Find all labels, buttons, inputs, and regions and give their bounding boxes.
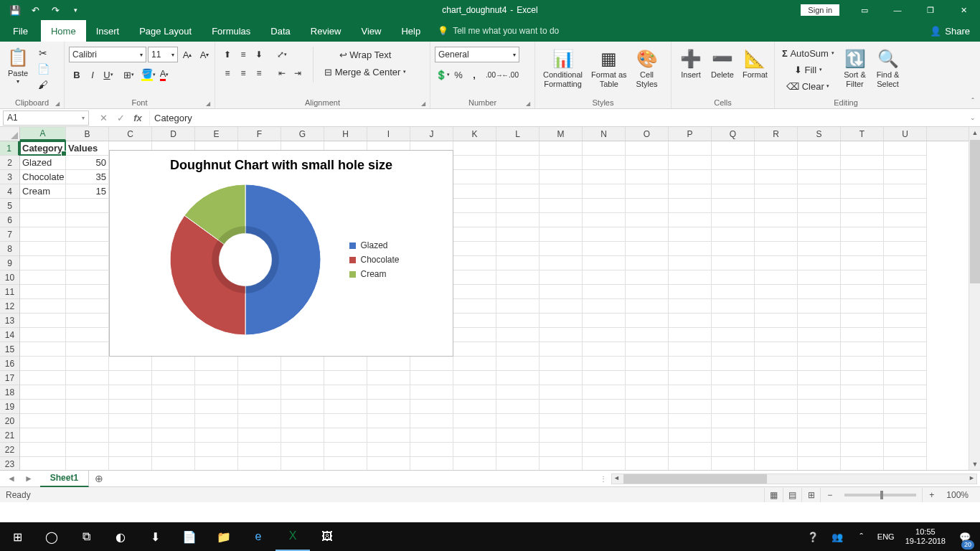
close-button[interactable]: ✕ <box>947 0 980 20</box>
cell-G22[interactable] <box>281 443 324 457</box>
cell-M8[interactable] <box>540 242 583 256</box>
cell-F19[interactable] <box>238 400 281 414</box>
qat-customize-button[interactable]: ▾ <box>66 1 85 19</box>
cell-T5[interactable] <box>841 199 884 213</box>
align-top-button[interactable]: ⬆ <box>220 47 235 62</box>
column-header-G[interactable]: G <box>281 127 324 141</box>
cell-S7[interactable] <box>798 227 841 242</box>
cell-P9[interactable] <box>669 256 712 270</box>
cell-O9[interactable] <box>626 256 669 270</box>
autosum-button[interactable]: Σ AutoSum ▾ <box>779 45 837 61</box>
cell-G20[interactable] <box>281 414 324 428</box>
tab-insert[interactable]: Insert <box>86 20 130 42</box>
cell-H17[interactable] <box>324 371 367 385</box>
share-button[interactable]: 👤 Share <box>920 20 980 42</box>
cell-Q11[interactable] <box>712 285 755 299</box>
cell-U12[interactable] <box>884 299 927 314</box>
cell-R11[interactable] <box>755 285 798 299</box>
cell-R19[interactable] <box>755 400 798 414</box>
sort-filter-button[interactable]: 🔃Sort & Filter <box>840 45 870 91</box>
cell-K5[interactable] <box>453 199 496 213</box>
cell-K20[interactable] <box>453 414 496 428</box>
cell-A21[interactable] <box>20 428 66 443</box>
column-header-F[interactable]: F <box>238 127 281 141</box>
cell-N3[interactable] <box>583 170 626 184</box>
row-header-7[interactable]: 7 <box>0 227 19 242</box>
cell-T13[interactable] <box>841 314 884 328</box>
cell-S12[interactable] <box>798 299 841 314</box>
cell-B7[interactable] <box>66 227 109 242</box>
cell-G18[interactable] <box>281 385 324 400</box>
cell-B23[interactable] <box>66 457 109 470</box>
cell-B22[interactable] <box>66 443 109 457</box>
cell-U15[interactable] <box>884 342 927 357</box>
cell-C23[interactable] <box>109 457 152 470</box>
ribbon-options-button[interactable]: ▭ <box>848 0 881 20</box>
underline-button[interactable]: U▾ <box>100 67 116 83</box>
cell-U4[interactable] <box>884 184 927 199</box>
cell-A12[interactable] <box>20 299 66 314</box>
cell-A16[interactable] <box>20 357 66 371</box>
row-header-19[interactable]: 19 <box>0 400 19 414</box>
taskbar-dropbox[interactable]: ⬇ <box>138 522 172 551</box>
decrease-decimal-button[interactable]: ←.00 <box>502 67 518 83</box>
cell-K19[interactable] <box>453 400 496 414</box>
cell-D16[interactable] <box>152 357 195 371</box>
cell-L2[interactable] <box>496 156 540 170</box>
cell-T9[interactable] <box>841 256 884 270</box>
increase-decimal-button[interactable]: .00→ <box>486 67 502 83</box>
cell-P11[interactable] <box>669 285 712 299</box>
cell-S4[interactable] <box>798 184 841 199</box>
cell-S23[interactable] <box>798 457 841 470</box>
cell-N9[interactable] <box>583 256 626 270</box>
cell-N14[interactable] <box>583 328 626 342</box>
tray-chevron[interactable]: ˆ <box>849 522 874 551</box>
cell-T19[interactable] <box>841 400 884 414</box>
cell-I16[interactable] <box>367 357 410 371</box>
cell-O4[interactable] <box>626 184 669 199</box>
column-header-U[interactable]: U <box>884 127 927 141</box>
cell-Q6[interactable] <box>712 213 755 227</box>
row-header-21[interactable]: 21 <box>0 428 19 443</box>
alignment-launcher[interactable]: ◢ <box>421 100 425 107</box>
italic-button[interactable]: I <box>85 67 100 83</box>
cell-E17[interactable] <box>195 371 238 385</box>
find-select-button[interactable]: 🔍Find & Select <box>873 45 903 91</box>
cell-A4[interactable]: Cream <box>20 184 66 199</box>
cell-L7[interactable] <box>496 227 540 242</box>
cell-U9[interactable] <box>884 256 927 270</box>
cell-T20[interactable] <box>841 414 884 428</box>
cell-P10[interactable] <box>669 270 712 285</box>
cell-O5[interactable] <box>626 199 669 213</box>
tray-clock[interactable]: 10:55 19-12-2018 <box>898 527 953 546</box>
percent-format-button[interactable]: % <box>451 67 466 83</box>
scroll-thumb[interactable] <box>970 140 980 283</box>
cell-M17[interactable] <box>540 371 583 385</box>
row-header-16[interactable]: 16 <box>0 357 19 371</box>
cell-P3[interactable] <box>669 170 712 184</box>
cell-O19[interactable] <box>626 400 669 414</box>
cell-L12[interactable] <box>496 299 540 314</box>
cell-L13[interactable] <box>496 314 540 328</box>
align-right-button[interactable]: ≡ <box>251 65 267 81</box>
cell-R16[interactable] <box>755 357 798 371</box>
tray-notifications[interactable]: 💬20 <box>953 522 977 551</box>
cell-C21[interactable] <box>109 428 152 443</box>
cell-S16[interactable] <box>798 357 841 371</box>
cell-A14[interactable] <box>20 328 66 342</box>
cell-G17[interactable] <box>281 371 324 385</box>
cell-M9[interactable] <box>540 256 583 270</box>
cell-J18[interactable] <box>410 385 453 400</box>
cell-O1[interactable] <box>626 141 669 156</box>
row-header-22[interactable]: 22 <box>0 443 19 457</box>
cell-B5[interactable] <box>66 199 109 213</box>
cell-P8[interactable] <box>669 242 712 256</box>
row-header-20[interactable]: 20 <box>0 414 19 428</box>
collapse-ribbon-button[interactable]: ˆ <box>971 97 974 105</box>
row-header-13[interactable]: 13 <box>0 314 19 328</box>
cell-C22[interactable] <box>109 443 152 457</box>
font-launcher[interactable]: ◢ <box>206 100 210 107</box>
column-header-J[interactable]: J <box>410 127 453 141</box>
cell-T2[interactable] <box>841 156 884 170</box>
cell-O16[interactable] <box>626 357 669 371</box>
